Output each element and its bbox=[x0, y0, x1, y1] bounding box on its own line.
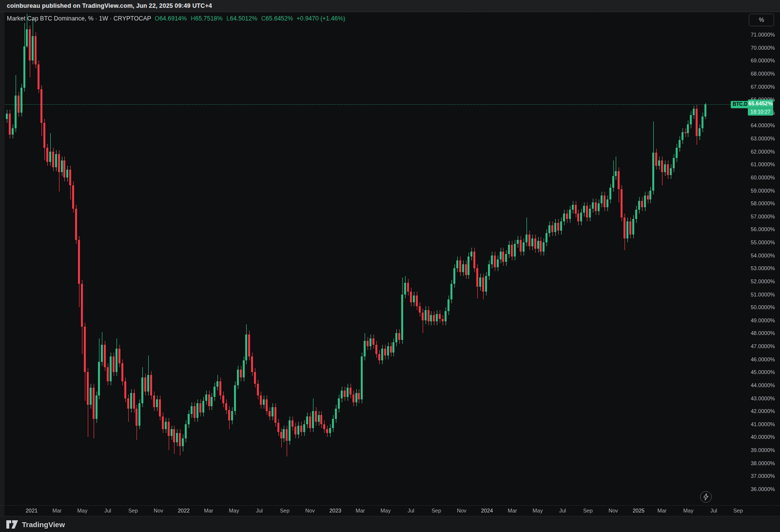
ohlc-L: L64.5012% bbox=[227, 15, 257, 22]
time-axis-separator bbox=[0, 505, 780, 506]
time-tick-label: May bbox=[223, 508, 245, 513]
tradingview-logo[interactable] bbox=[6, 520, 19, 529]
price-tick-label: 51.0000% bbox=[751, 292, 775, 297]
price-tick-label: 61.0000% bbox=[751, 161, 775, 167]
price-tick-label: 45.0000% bbox=[751, 369, 775, 375]
price-tick-label: 55.0000% bbox=[751, 239, 775, 245]
time-tick-label: May bbox=[375, 508, 396, 513]
price-tick-label: 63.0000% bbox=[751, 136, 775, 141]
symbol-title[interactable]: Market Cap BTC Dominance, % · 1W · CRYPT… bbox=[7, 15, 151, 22]
time-tick-label: 2022 bbox=[173, 508, 195, 513]
price-tick-label: 48.0000% bbox=[751, 330, 775, 336]
time-tick-label: May bbox=[527, 508, 548, 513]
time-tick-label: Nov bbox=[451, 508, 472, 513]
ohlc-values: O64.6914%H65.7518%L64.5012%C65.6452% bbox=[155, 15, 293, 22]
price-tick-label: 47.0000% bbox=[751, 343, 775, 349]
price-line-symbol-tag[interactable]: BTC.D bbox=[731, 101, 750, 108]
price-tick-label: 69.0000% bbox=[751, 58, 775, 63]
price-tick-label: 37.0000% bbox=[751, 473, 775, 479]
price-tick-label: 38.0000% bbox=[751, 460, 775, 466]
price-tick-label: 62.0000% bbox=[751, 149, 775, 155]
price-tick-label: 44.0000% bbox=[751, 382, 775, 388]
price-tick-label: 54.0000% bbox=[751, 253, 775, 258]
time-tick-label: Sep bbox=[426, 508, 447, 513]
tradingview-wordmark[interactable]: TradingView bbox=[22, 520, 65, 529]
time-tick-label: Jul bbox=[97, 508, 118, 513]
time-tick-label: 2023 bbox=[325, 508, 346, 513]
time-tick-label: Sep bbox=[727, 508, 749, 513]
price-tick-label: 70.0000% bbox=[751, 45, 775, 51]
time-tick-label: Nov bbox=[148, 508, 169, 513]
price-tick-label: 57.0000% bbox=[751, 214, 775, 219]
price-tick-label: 53.0000% bbox=[751, 265, 775, 271]
price-tick-label: 46.0000% bbox=[751, 356, 775, 362]
price-tick-label: 64.0000% bbox=[751, 122, 775, 128]
time-tick-label: Mar bbox=[350, 508, 371, 513]
price-tick-label: 40.0000% bbox=[751, 434, 775, 440]
price-tick-label: 50.0000% bbox=[751, 304, 775, 310]
last-price-badge[interactable]: 65.6452% 18:10:27 bbox=[748, 99, 773, 116]
bar-countdown: 18:10:27 bbox=[748, 108, 773, 116]
time-tick-label: Mar bbox=[46, 508, 68, 513]
ohlc-O: O64.6914% bbox=[155, 15, 187, 22]
time-tick-label: 2024 bbox=[476, 508, 498, 513]
ohlc-H: H65.7518% bbox=[191, 15, 222, 22]
time-tick-label: Jul bbox=[249, 508, 270, 513]
price-tick-label: 42.0000% bbox=[751, 408, 775, 414]
price-tick-label: 36.0000% bbox=[751, 486, 775, 492]
ohlc-C: C65.6452% bbox=[261, 15, 293, 22]
time-tick-label: Nov bbox=[603, 508, 624, 513]
instant-trading-button[interactable] bbox=[700, 491, 712, 503]
publish-bar: coinbureau published on TradingView.com,… bbox=[0, 0, 780, 12]
time-tick-label: Sep bbox=[577, 508, 599, 513]
left-toolbar-edge bbox=[0, 12, 4, 516]
time-tick-label: Jul bbox=[703, 508, 724, 513]
time-tick-label: Mar bbox=[651, 508, 673, 513]
price-tick-label: 49.0000% bbox=[751, 317, 775, 323]
change-value: +0.9470 (+1.46%) bbox=[296, 15, 345, 22]
price-tick-label: 60.0000% bbox=[751, 175, 775, 180]
candlestick-chart[interactable] bbox=[0, 0, 780, 532]
price-tick-label: 71.0000% bbox=[751, 32, 775, 38]
time-tick-label: Mar bbox=[502, 508, 523, 513]
lightning-icon bbox=[703, 493, 709, 500]
time-tick-label: 2021 bbox=[21, 508, 42, 513]
footer-bar: TradingView bbox=[0, 516, 780, 532]
price-tick-label: 43.0000% bbox=[751, 395, 775, 401]
time-tick-label: May bbox=[678, 508, 699, 513]
time-tick-label: Jul bbox=[552, 508, 573, 513]
price-tick-label: 56.0000% bbox=[751, 226, 775, 232]
price-scale-unit-button[interactable]: % bbox=[749, 14, 774, 26]
time-tick-label: 2025 bbox=[628, 508, 649, 513]
time-tick-label: Nov bbox=[299, 508, 321, 513]
price-tick-label: 58.0000% bbox=[751, 200, 775, 206]
price-tick-label: 52.0000% bbox=[751, 278, 775, 284]
time-tick-label: Mar bbox=[198, 508, 219, 513]
last-price-value: 65.6452% bbox=[748, 99, 773, 108]
price-tick-label: 41.0000% bbox=[751, 421, 775, 427]
price-tick-label: 68.0000% bbox=[751, 71, 775, 77]
price-tick-label: 67.0000% bbox=[751, 84, 775, 90]
time-tick-label: Jul bbox=[400, 508, 422, 513]
price-tick-label: 39.0000% bbox=[751, 447, 775, 453]
time-tick-label: May bbox=[72, 508, 93, 513]
time-tick-label: Sep bbox=[274, 508, 295, 513]
publish-link[interactable]: coinbureau published on TradingView.com,… bbox=[7, 2, 212, 9]
price-tick-label: 59.0000% bbox=[751, 188, 775, 194]
chart-legend: Market Cap BTC Dominance, % · 1W · CRYPT… bbox=[7, 15, 345, 22]
time-tick-label: Sep bbox=[122, 508, 144, 513]
